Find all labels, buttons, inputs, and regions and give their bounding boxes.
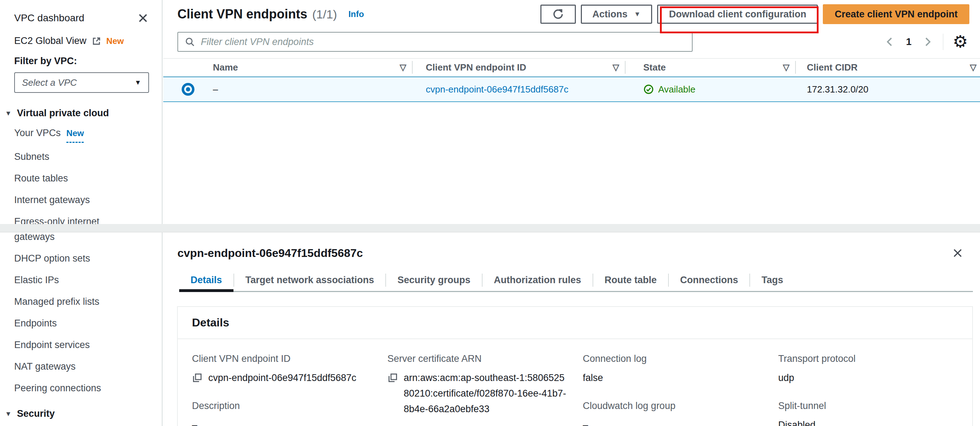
cell-name: – [213,84,218,95]
sidebar-item-route-tables[interactable]: Route tables [14,168,137,189]
refresh-button[interactable] [540,5,576,24]
divider [943,34,943,50]
create-client-vpn-endpoint-button[interactable]: Create client VPN endpoint [823,4,969,24]
sidebar-item-endpoints[interactable]: Endpoints [14,313,137,334]
tab-connections[interactable]: Connections [669,269,750,291]
state-text: Available [658,84,695,95]
pagination: 1 ⚙ [884,33,968,50]
chevron-down-icon: ▼ [134,79,141,87]
details-column-3: Connection log false Cloudwatch log grou… [583,353,763,426]
filter-by-vpc-label: Filter by VPC: [14,55,149,67]
sort-icon[interactable]: ▽ [613,62,619,72]
details-card-heading: Details [192,316,229,329]
external-link-icon [92,36,102,46]
details-panel-title: cvpn-endpoint-06e947f15ddf5687c [177,247,363,260]
field-client-vpn-endpoint-id: Client VPN endpoint ID cvpn-endpoint-06e… [192,353,372,386]
section-security[interactable]: ▼ Security [5,408,149,419]
tab-authorization-rules[interactable]: Authorization rules [482,269,593,291]
sidebar-title[interactable]: VPC dashboard [14,13,84,24]
sidebar-item-ec2-global-view[interactable]: EC2 Global View New [14,35,149,46]
sort-icon[interactable]: ▽ [783,62,789,72]
refresh-icon [552,8,564,20]
download-client-configuration-button[interactable]: Download client configuration [657,5,818,24]
tab-route-table[interactable]: Route table [593,269,668,291]
details-column-2: Server certificate ARN arn:aws:acm:ap-so… [387,353,567,426]
filter-input[interactable] [200,36,686,48]
search-icon [185,36,195,47]
sidebar-item-endpoint-services[interactable]: Endpoint services [14,334,137,356]
section-caret-icon: ▼ [5,109,12,117]
state-cell: Available [643,84,695,95]
column-header-client-cidr: Client CIDR [807,62,858,73]
page-count: (1/1) [312,8,337,21]
tab-tags[interactable]: Tags [750,269,794,291]
page-title: Client VPN endpoints [177,7,307,22]
chevron-down-icon: ▼ [634,10,641,18]
previous-page-icon[interactable] [884,36,896,48]
close-details-panel-icon[interactable] [951,247,964,259]
sort-icon[interactable]: ▽ [970,62,977,72]
sidebar-item-elastic-ips[interactable]: Elastic IPs [14,269,137,291]
field-server-certificate-arn: Server certificate ARN arn:aws:acm:ap-so… [387,353,567,417]
column-header-endpoint-id: Client VPN endpoint ID [426,62,526,73]
next-page-icon[interactable] [921,36,934,48]
details-tabs: Details Target network associations Secu… [179,269,973,292]
tab-details[interactable]: Details [179,269,234,291]
current-page-number[interactable]: 1 [906,36,912,48]
toolbar: 1 ⚙ [163,31,980,52]
cell-client-cidr: 172.31.32.0/20 [807,84,869,95]
column-header-name: Name [213,62,238,73]
field-description: Description – [192,401,372,426]
copy-icon[interactable] [387,372,398,383]
check-circle-icon [643,84,654,95]
section-virtual-private-cloud[interactable]: ▼ Virtual private cloud [5,108,149,119]
sidebar-item-dhcp-option-sets[interactable]: DHCP option sets [14,248,137,269]
details-panel: cvpn-endpoint-06e947f15ddf5687c Details … [163,233,980,426]
sidebar-item-internet-gateways[interactable]: Internet gateways [14,189,137,211]
sidebar-item-peering-connections[interactable]: Peering connections [14,377,137,399]
settings-gear-icon[interactable]: ⚙ [953,33,968,50]
row-radio-selected[interactable] [182,83,194,96]
field-connection-log: Connection log false [583,353,763,386]
table-row[interactable]: – cvpn-endpoint-06e947f15ddf5687c Availa… [163,76,980,102]
page-header: Client VPN endpoints (1/1) Info Actions … [163,0,980,24]
details-column-4: Transport protocol udp Split-tunnel Disa… [778,353,958,426]
section-caret-icon: ▼ [5,410,12,418]
field-transport-protocol: Transport protocol udp [778,353,958,386]
new-badge[interactable]: New [66,125,84,143]
sidebar-list: Your VPCs New Subnets Route tables Inter… [14,122,149,399]
info-link[interactable]: Info [348,9,364,19]
details-column-1: Client VPN endpoint ID cvpn-endpoint-06e… [192,353,372,426]
table-header-row: Name ▽ Client VPN endpoint ID ▽ State ▽ … [163,58,980,76]
endpoints-table: Name ▽ Client VPN endpoint ID ▽ State ▽ … [163,58,980,102]
details-card: Details Client VPN endpoint ID cvpn-endp… [177,306,973,426]
panel-split-band [0,224,980,233]
sort-icon[interactable]: ▽ [400,62,406,72]
copy-icon[interactable] [192,372,203,383]
field-split-tunnel: Split-tunnel Disabled [778,401,958,426]
sidebar-item-managed-prefix-lists[interactable]: Managed prefix lists [14,291,137,313]
field-cloudwatch-log-group: Cloudwatch log group – [583,401,763,426]
column-header-state: State [643,62,666,73]
sidebar-item-subnets[interactable]: Subnets [14,146,137,168]
sidebar-item-nat-gateways[interactable]: NAT gateways [14,356,137,377]
ec2-global-view-label: EC2 Global View [14,35,87,46]
tab-security-groups[interactable]: Security groups [386,269,482,291]
new-badge: New [107,36,124,46]
vpc-select[interactable]: Select a VPC ▼ [14,72,149,93]
vpc-select-value: Select a VPC [22,77,134,88]
close-sidebar-icon[interactable] [137,12,149,24]
tab-target-network-associations[interactable]: Target network associations [234,269,386,291]
sidebar-item-your-vpcs[interactable]: Your VPCs New [14,122,137,146]
actions-button[interactable]: Actions ▼ [581,5,652,24]
sidebar: VPC dashboard EC2 Global View New Filter… [0,0,162,426]
cell-endpoint-id-link[interactable]: cvpn-endpoint-06e947f15ddf5687c [426,84,568,95]
filter-box[interactable] [177,32,693,52]
